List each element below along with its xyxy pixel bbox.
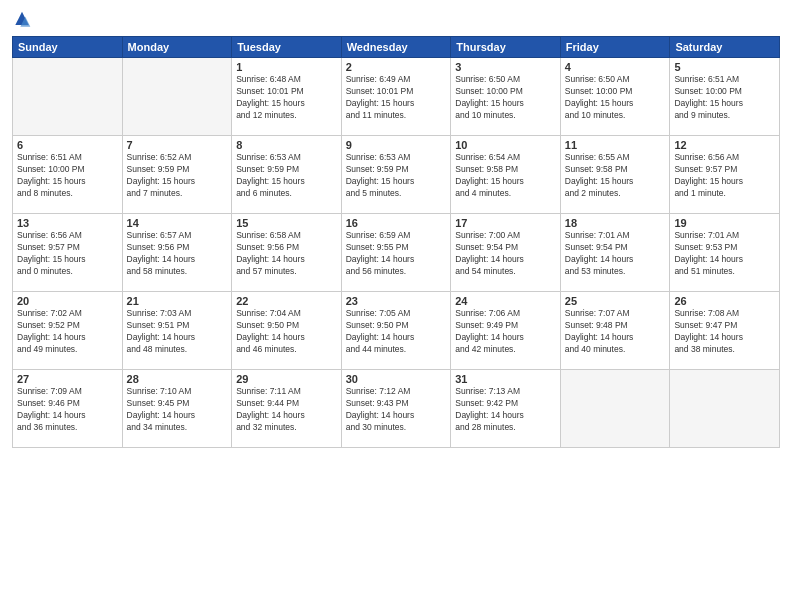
- calendar-cell: [670, 370, 780, 448]
- day-info: Sunrise: 7:01 AM Sunset: 9:53 PM Dayligh…: [674, 230, 775, 278]
- day-number: 21: [127, 295, 228, 307]
- calendar-row-1: 1Sunrise: 6:48 AM Sunset: 10:01 PM Dayli…: [13, 58, 780, 136]
- calendar-cell: [13, 58, 123, 136]
- calendar-cell: 28Sunrise: 7:10 AM Sunset: 9:45 PM Dayli…: [122, 370, 232, 448]
- day-number: 16: [346, 217, 447, 229]
- day-info: Sunrise: 6:58 AM Sunset: 9:56 PM Dayligh…: [236, 230, 337, 278]
- day-number: 14: [127, 217, 228, 229]
- calendar-cell: 27Sunrise: 7:09 AM Sunset: 9:46 PM Dayli…: [13, 370, 123, 448]
- day-number: 10: [455, 139, 556, 151]
- day-info: Sunrise: 7:11 AM Sunset: 9:44 PM Dayligh…: [236, 386, 337, 434]
- day-number: 31: [455, 373, 556, 385]
- day-info: Sunrise: 6:57 AM Sunset: 9:56 PM Dayligh…: [127, 230, 228, 278]
- day-number: 20: [17, 295, 118, 307]
- calendar-row-5: 27Sunrise: 7:09 AM Sunset: 9:46 PM Dayli…: [13, 370, 780, 448]
- calendar-cell: 10Sunrise: 6:54 AM Sunset: 9:58 PM Dayli…: [451, 136, 561, 214]
- day-info: Sunrise: 7:04 AM Sunset: 9:50 PM Dayligh…: [236, 308, 337, 356]
- day-number: 29: [236, 373, 337, 385]
- weekday-header-tuesday: Tuesday: [232, 37, 342, 58]
- calendar-cell: 1Sunrise: 6:48 AM Sunset: 10:01 PM Dayli…: [232, 58, 342, 136]
- day-number: 8: [236, 139, 337, 151]
- logo-icon: [12, 10, 32, 30]
- day-number: 9: [346, 139, 447, 151]
- calendar-cell: [560, 370, 670, 448]
- day-number: 22: [236, 295, 337, 307]
- weekday-header-sunday: Sunday: [13, 37, 123, 58]
- day-number: 23: [346, 295, 447, 307]
- day-number: 18: [565, 217, 666, 229]
- calendar-cell: 21Sunrise: 7:03 AM Sunset: 9:51 PM Dayli…: [122, 292, 232, 370]
- calendar-cell: 29Sunrise: 7:11 AM Sunset: 9:44 PM Dayli…: [232, 370, 342, 448]
- calendar-cell: 24Sunrise: 7:06 AM Sunset: 9:49 PM Dayli…: [451, 292, 561, 370]
- day-number: 7: [127, 139, 228, 151]
- calendar-row-4: 20Sunrise: 7:02 AM Sunset: 9:52 PM Dayli…: [13, 292, 780, 370]
- calendar-cell: 17Sunrise: 7:00 AM Sunset: 9:54 PM Dayli…: [451, 214, 561, 292]
- day-number: 24: [455, 295, 556, 307]
- day-info: Sunrise: 7:13 AM Sunset: 9:42 PM Dayligh…: [455, 386, 556, 434]
- day-info: Sunrise: 7:09 AM Sunset: 9:46 PM Dayligh…: [17, 386, 118, 434]
- day-info: Sunrise: 7:07 AM Sunset: 9:48 PM Dayligh…: [565, 308, 666, 356]
- calendar-cell: 31Sunrise: 7:13 AM Sunset: 9:42 PM Dayli…: [451, 370, 561, 448]
- calendar-cell: 3Sunrise: 6:50 AM Sunset: 10:00 PM Dayli…: [451, 58, 561, 136]
- weekday-header-wednesday: Wednesday: [341, 37, 451, 58]
- day-info: Sunrise: 7:12 AM Sunset: 9:43 PM Dayligh…: [346, 386, 447, 434]
- calendar-cell: 7Sunrise: 6:52 AM Sunset: 9:59 PM Daylig…: [122, 136, 232, 214]
- day-number: 12: [674, 139, 775, 151]
- day-info: Sunrise: 6:55 AM Sunset: 9:58 PM Dayligh…: [565, 152, 666, 200]
- day-info: Sunrise: 6:54 AM Sunset: 9:58 PM Dayligh…: [455, 152, 556, 200]
- calendar-cell: 19Sunrise: 7:01 AM Sunset: 9:53 PM Dayli…: [670, 214, 780, 292]
- day-info: Sunrise: 7:08 AM Sunset: 9:47 PM Dayligh…: [674, 308, 775, 356]
- calendar-cell: 25Sunrise: 7:07 AM Sunset: 9:48 PM Dayli…: [560, 292, 670, 370]
- calendar-row-3: 13Sunrise: 6:56 AM Sunset: 9:57 PM Dayli…: [13, 214, 780, 292]
- calendar-cell: 5Sunrise: 6:51 AM Sunset: 10:00 PM Dayli…: [670, 58, 780, 136]
- calendar-row-2: 6Sunrise: 6:51 AM Sunset: 10:00 PM Dayli…: [13, 136, 780, 214]
- day-number: 3: [455, 61, 556, 73]
- calendar-cell: 18Sunrise: 7:01 AM Sunset: 9:54 PM Dayli…: [560, 214, 670, 292]
- day-info: Sunrise: 6:51 AM Sunset: 10:00 PM Daylig…: [17, 152, 118, 200]
- day-number: 13: [17, 217, 118, 229]
- calendar-cell: 8Sunrise: 6:53 AM Sunset: 9:59 PM Daylig…: [232, 136, 342, 214]
- calendar-cell: 22Sunrise: 7:04 AM Sunset: 9:50 PM Dayli…: [232, 292, 342, 370]
- day-info: Sunrise: 6:52 AM Sunset: 9:59 PM Dayligh…: [127, 152, 228, 200]
- day-number: 4: [565, 61, 666, 73]
- day-info: Sunrise: 6:50 AM Sunset: 10:00 PM Daylig…: [565, 74, 666, 122]
- day-number: 30: [346, 373, 447, 385]
- calendar-cell: 15Sunrise: 6:58 AM Sunset: 9:56 PM Dayli…: [232, 214, 342, 292]
- day-number: 2: [346, 61, 447, 73]
- weekday-header-monday: Monday: [122, 37, 232, 58]
- day-info: Sunrise: 7:10 AM Sunset: 9:45 PM Dayligh…: [127, 386, 228, 434]
- calendar-cell: 4Sunrise: 6:50 AM Sunset: 10:00 PM Dayli…: [560, 58, 670, 136]
- day-info: Sunrise: 7:00 AM Sunset: 9:54 PM Dayligh…: [455, 230, 556, 278]
- calendar-cell: 13Sunrise: 6:56 AM Sunset: 9:57 PM Dayli…: [13, 214, 123, 292]
- day-info: Sunrise: 6:51 AM Sunset: 10:00 PM Daylig…: [674, 74, 775, 122]
- day-info: Sunrise: 7:05 AM Sunset: 9:50 PM Dayligh…: [346, 308, 447, 356]
- day-number: 26: [674, 295, 775, 307]
- day-number: 19: [674, 217, 775, 229]
- day-info: Sunrise: 6:56 AM Sunset: 9:57 PM Dayligh…: [17, 230, 118, 278]
- day-info: Sunrise: 6:56 AM Sunset: 9:57 PM Dayligh…: [674, 152, 775, 200]
- calendar: SundayMondayTuesdayWednesdayThursdayFrid…: [12, 36, 780, 448]
- day-info: Sunrise: 7:06 AM Sunset: 9:49 PM Dayligh…: [455, 308, 556, 356]
- day-info: Sunrise: 7:02 AM Sunset: 9:52 PM Dayligh…: [17, 308, 118, 356]
- day-number: 17: [455, 217, 556, 229]
- calendar-cell: 16Sunrise: 6:59 AM Sunset: 9:55 PM Dayli…: [341, 214, 451, 292]
- day-info: Sunrise: 6:49 AM Sunset: 10:01 PM Daylig…: [346, 74, 447, 122]
- calendar-cell: 23Sunrise: 7:05 AM Sunset: 9:50 PM Dayli…: [341, 292, 451, 370]
- calendar-cell: 26Sunrise: 7:08 AM Sunset: 9:47 PM Dayli…: [670, 292, 780, 370]
- calendar-cell: 11Sunrise: 6:55 AM Sunset: 9:58 PM Dayli…: [560, 136, 670, 214]
- day-info: Sunrise: 6:50 AM Sunset: 10:00 PM Daylig…: [455, 74, 556, 122]
- day-number: 6: [17, 139, 118, 151]
- day-info: Sunrise: 7:03 AM Sunset: 9:51 PM Dayligh…: [127, 308, 228, 356]
- calendar-cell: 12Sunrise: 6:56 AM Sunset: 9:57 PM Dayli…: [670, 136, 780, 214]
- calendar-cell: 20Sunrise: 7:02 AM Sunset: 9:52 PM Dayli…: [13, 292, 123, 370]
- day-number: 28: [127, 373, 228, 385]
- calendar-cell: 30Sunrise: 7:12 AM Sunset: 9:43 PM Dayli…: [341, 370, 451, 448]
- weekday-header-friday: Friday: [560, 37, 670, 58]
- calendar-cell: 14Sunrise: 6:57 AM Sunset: 9:56 PM Dayli…: [122, 214, 232, 292]
- calendar-cell: 6Sunrise: 6:51 AM Sunset: 10:00 PM Dayli…: [13, 136, 123, 214]
- calendar-cell: [122, 58, 232, 136]
- day-info: Sunrise: 7:01 AM Sunset: 9:54 PM Dayligh…: [565, 230, 666, 278]
- day-number: 5: [674, 61, 775, 73]
- day-number: 11: [565, 139, 666, 151]
- page: SundayMondayTuesdayWednesdayThursdayFrid…: [0, 0, 792, 612]
